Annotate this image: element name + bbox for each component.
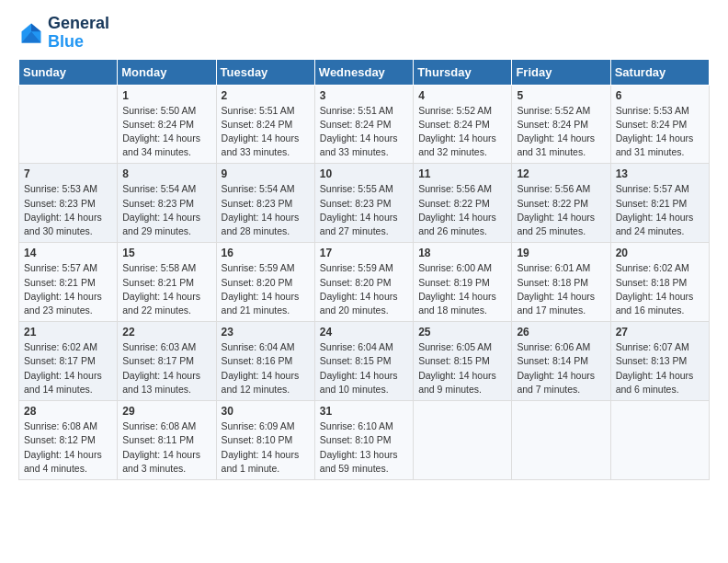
day-number: 13 [616,167,704,180]
week-row-4: 21Sunrise: 6:02 AMSunset: 8:17 PMDayligh… [19,322,710,401]
day-number: 12 [517,167,605,180]
day-number: 27 [616,326,704,339]
calendar-body: 1Sunrise: 5:50 AMSunset: 8:24 PMDaylight… [19,85,710,479]
day-number: 30 [222,405,310,418]
day-number: 3 [320,89,408,102]
cell-info: Sunrise: 6:07 AMSunset: 8:13 PMDaylight:… [616,340,704,396]
logo-line2: Blue [48,32,84,51]
calendar-cell: 3Sunrise: 5:51 AMSunset: 8:24 PMDaylight… [314,85,413,164]
cell-info: Sunrise: 5:53 AMSunset: 8:24 PMDaylight:… [616,104,704,160]
calendar-cell: 13Sunrise: 5:57 AMSunset: 8:21 PMDayligh… [610,164,709,243]
day-number: 25 [418,326,506,339]
logo-icon [18,20,44,46]
day-number: 6 [616,89,704,102]
header-row: SundayMondayTuesdayWednesdayThursdayFrid… [19,59,710,85]
header-cell-sunday: Sunday [19,59,118,85]
cell-info: Sunrise: 5:55 AMSunset: 8:23 PMDaylight:… [320,182,408,238]
calendar-cell [414,401,512,480]
calendar-cell: 7Sunrise: 5:53 AMSunset: 8:23 PMDaylight… [19,164,118,243]
calendar-cell: 25Sunrise: 6:05 AMSunset: 8:15 PMDayligh… [414,322,512,401]
calendar-cell: 10Sunrise: 5:55 AMSunset: 8:23 PMDayligh… [314,164,413,243]
calendar-cell: 30Sunrise: 6:09 AMSunset: 8:10 PMDayligh… [216,401,314,480]
header-cell-friday: Friday [512,59,610,85]
day-number: 21 [24,326,112,339]
header-cell-tuesday: Tuesday [216,59,314,85]
cell-info: Sunrise: 6:00 AMSunset: 8:19 PMDaylight:… [418,261,506,317]
week-row-3: 14Sunrise: 5:57 AMSunset: 8:21 PMDayligh… [19,243,710,322]
header-cell-wednesday: Wednesday [314,59,413,85]
calendar-cell [512,401,610,480]
logo-text: General Blue [48,15,109,52]
cell-info: Sunrise: 5:51 AMSunset: 8:24 PMDaylight:… [222,104,310,160]
cell-info: Sunrise: 6:06 AMSunset: 8:14 PMDaylight:… [517,340,605,396]
cell-info: Sunrise: 5:58 AMSunset: 8:21 PMDaylight:… [122,261,210,317]
calendar-cell: 31Sunrise: 6:10 AMSunset: 8:10 PMDayligh… [314,401,413,480]
calendar-cell: 2Sunrise: 5:51 AMSunset: 8:24 PMDaylight… [216,85,314,164]
cell-info: Sunrise: 5:52 AMSunset: 8:24 PMDaylight:… [418,104,506,160]
calendar-cell: 1Sunrise: 5:50 AMSunset: 8:24 PMDaylight… [118,85,216,164]
day-number: 5 [517,89,605,102]
cell-info: Sunrise: 5:51 AMSunset: 8:24 PMDaylight:… [320,104,408,160]
cell-info: Sunrise: 5:57 AMSunset: 8:21 PMDaylight:… [24,261,112,317]
calendar-cell: 20Sunrise: 6:02 AMSunset: 8:18 PMDayligh… [610,243,709,322]
calendar-cell: 18Sunrise: 6:00 AMSunset: 8:19 PMDayligh… [414,243,512,322]
calendar-cell: 21Sunrise: 6:02 AMSunset: 8:17 PMDayligh… [19,322,118,401]
calendar-cell: 15Sunrise: 5:58 AMSunset: 8:21 PMDayligh… [118,243,216,322]
header-cell-monday: Monday [118,59,216,85]
day-number: 10 [320,167,408,180]
week-row-2: 7Sunrise: 5:53 AMSunset: 8:23 PMDaylight… [19,164,710,243]
day-number: 7 [24,167,112,180]
calendar-cell: 27Sunrise: 6:07 AMSunset: 8:13 PMDayligh… [610,322,709,401]
calendar-cell: 29Sunrise: 6:08 AMSunset: 8:11 PMDayligh… [118,401,216,480]
calendar-cell: 17Sunrise: 5:59 AMSunset: 8:20 PMDayligh… [314,243,413,322]
calendar-table: SundayMondayTuesdayWednesdayThursdayFrid… [18,59,710,480]
cell-info: Sunrise: 6:03 AMSunset: 8:17 PMDaylight:… [122,340,210,396]
logo-line1: General [48,15,109,33]
cell-info: Sunrise: 6:04 AMSunset: 8:15 PMDaylight:… [320,340,408,396]
calendar-cell: 16Sunrise: 5:59 AMSunset: 8:20 PMDayligh… [216,243,314,322]
day-number: 26 [517,326,605,339]
cell-info: Sunrise: 6:02 AMSunset: 8:18 PMDaylight:… [616,261,704,317]
header-cell-saturday: Saturday [610,59,709,85]
header-cell-thursday: Thursday [414,59,512,85]
cell-info: Sunrise: 5:59 AMSunset: 8:20 PMDaylight:… [222,261,310,317]
day-number: 31 [320,405,408,418]
svg-marker-1 [31,23,41,31]
calendar-cell: 19Sunrise: 6:01 AMSunset: 8:18 PMDayligh… [512,243,610,322]
day-number: 2 [222,89,310,102]
cell-info: Sunrise: 6:08 AMSunset: 8:12 PMDaylight:… [24,419,112,476]
cell-info: Sunrise: 5:53 AMSunset: 8:23 PMDaylight:… [24,182,112,238]
calendar-cell: 22Sunrise: 6:03 AMSunset: 8:17 PMDayligh… [118,322,216,401]
calendar-cell: 5Sunrise: 5:52 AMSunset: 8:24 PMDaylight… [512,85,610,164]
day-number: 11 [418,167,506,180]
calendar-cell: 26Sunrise: 6:06 AMSunset: 8:14 PMDayligh… [512,322,610,401]
cell-info: Sunrise: 5:54 AMSunset: 8:23 PMDaylight:… [122,182,210,238]
cell-info: Sunrise: 6:01 AMSunset: 8:18 PMDaylight:… [517,261,605,317]
day-number: 1 [122,89,210,102]
day-number: 15 [122,247,210,259]
cell-info: Sunrise: 5:59 AMSunset: 8:20 PMDaylight:… [320,261,408,317]
day-number: 22 [122,326,210,339]
day-number: 28 [24,405,112,418]
cell-info: Sunrise: 5:56 AMSunset: 8:22 PMDaylight:… [517,182,605,238]
day-number: 17 [320,247,408,259]
day-number: 20 [616,247,704,259]
calendar-cell: 9Sunrise: 5:54 AMSunset: 8:23 PMDaylight… [216,164,314,243]
calendar-cell: 24Sunrise: 6:04 AMSunset: 8:15 PMDayligh… [314,322,413,401]
day-number: 4 [418,89,506,102]
calendar-cell: 23Sunrise: 6:04 AMSunset: 8:16 PMDayligh… [216,322,314,401]
cell-info: Sunrise: 5:57 AMSunset: 8:21 PMDaylight:… [616,182,704,238]
day-number: 9 [222,167,310,180]
calendar-cell: 11Sunrise: 5:56 AMSunset: 8:22 PMDayligh… [414,164,512,243]
calendar-cell: 6Sunrise: 5:53 AMSunset: 8:24 PMDaylight… [610,85,709,164]
day-number: 8 [122,167,210,180]
cell-info: Sunrise: 5:50 AMSunset: 8:24 PMDaylight:… [122,104,210,160]
calendar-cell [19,85,118,164]
calendar-header: SundayMondayTuesdayWednesdayThursdayFrid… [19,59,710,85]
cell-info: Sunrise: 6:04 AMSunset: 8:16 PMDaylight:… [222,340,310,396]
logo: General Blue [18,15,109,52]
calendar-cell: 4Sunrise: 5:52 AMSunset: 8:24 PMDaylight… [414,85,512,164]
calendar-cell: 28Sunrise: 6:08 AMSunset: 8:12 PMDayligh… [19,401,118,480]
week-row-1: 1Sunrise: 5:50 AMSunset: 8:24 PMDaylight… [19,85,710,164]
cell-info: Sunrise: 6:02 AMSunset: 8:17 PMDaylight:… [24,340,112,396]
